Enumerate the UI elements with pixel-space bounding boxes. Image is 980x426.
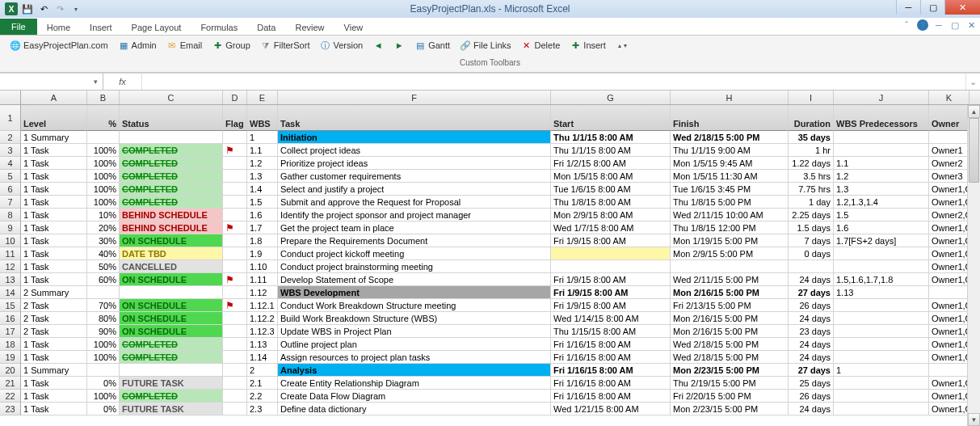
cell[interactable] bbox=[551, 260, 671, 273]
cell[interactable] bbox=[223, 351, 247, 364]
cell[interactable]: 23 days bbox=[789, 325, 834, 338]
cell[interactable]: WBS Development bbox=[278, 286, 551, 299]
cell[interactable]: Owner1 bbox=[929, 144, 969, 157]
cell[interactable]: Owner1,O bbox=[929, 351, 969, 364]
cell[interactable] bbox=[120, 131, 223, 144]
cell[interactable]: 1.22 days bbox=[789, 157, 834, 170]
minimize-button[interactable]: ─ bbox=[896, 0, 920, 15]
cell[interactable]: % bbox=[87, 105, 120, 131]
cell[interactable] bbox=[834, 299, 929, 312]
cell[interactable]: Mon 2/16/15 5:00 PM bbox=[671, 325, 789, 338]
cell[interactable]: 60% bbox=[87, 273, 120, 286]
cell[interactable]: 2 bbox=[247, 364, 278, 377]
cell[interactable]: 100% bbox=[87, 157, 120, 170]
undo-icon[interactable]: ↶ bbox=[37, 2, 50, 15]
cell[interactable]: 1 Task bbox=[21, 157, 87, 170]
cell[interactable]: Owner1,O bbox=[929, 403, 969, 415]
cell[interactable]: Owner1,O bbox=[929, 196, 969, 209]
toolbar-group[interactable]: ✚Group bbox=[208, 39, 254, 52]
cell[interactable]: Fri 1/16/15 8:00 AM bbox=[551, 364, 671, 377]
cell[interactable] bbox=[223, 377, 247, 390]
cell[interactable] bbox=[551, 247, 671, 260]
cell[interactable]: Mon 2/16/15 5:00 PM bbox=[671, 312, 789, 325]
cell[interactable] bbox=[87, 364, 120, 377]
cell[interactable]: 2.25 days bbox=[789, 209, 834, 221]
cell[interactable]: COMPLETED bbox=[120, 196, 223, 209]
cell[interactable]: Thu 1/8/15 8:00 AM bbox=[551, 196, 671, 209]
cell[interactable]: Task bbox=[278, 105, 551, 131]
cell[interactable]: 25 days bbox=[789, 377, 834, 390]
row-header[interactable]: 2 bbox=[0, 131, 21, 144]
cell[interactable]: 10% bbox=[87, 209, 120, 221]
cell[interactable]: 100% bbox=[87, 183, 120, 196]
cell[interactable]: COMPLETED bbox=[120, 390, 223, 403]
cell[interactable]: Owner1,O bbox=[929, 390, 969, 403]
row-header[interactable]: 14 bbox=[0, 286, 21, 299]
col-header-g[interactable]: G bbox=[551, 91, 671, 104]
cell[interactable]: Wed 2/18/15 5:00 PM bbox=[671, 131, 789, 144]
cell[interactable]: 1.12.1 bbox=[247, 299, 278, 312]
cell[interactable]: 2.1 bbox=[247, 377, 278, 390]
cell[interactable]: Fri 2/13/15 5:00 PM bbox=[671, 299, 789, 312]
cell[interactable] bbox=[223, 390, 247, 403]
cell[interactable]: Wed 1/21/15 8:00 AM bbox=[551, 403, 671, 415]
cell[interactable]: Owner1,O bbox=[929, 325, 969, 338]
cell[interactable] bbox=[223, 234, 247, 247]
tab-insert[interactable]: Insert bbox=[80, 20, 122, 35]
cell[interactable] bbox=[223, 325, 247, 338]
cell[interactable] bbox=[223, 196, 247, 209]
cell[interactable]: Mon 1/5/15 8:00 AM bbox=[551, 170, 671, 183]
row-header[interactable]: 8 bbox=[0, 209, 21, 221]
cell[interactable]: 1 Task bbox=[21, 234, 87, 247]
cell[interactable]: 0% bbox=[87, 403, 120, 415]
cell[interactable]: Create Entity Relationship Diagram bbox=[278, 377, 551, 390]
cell[interactable] bbox=[929, 286, 969, 299]
cell[interactable]: 1.6 bbox=[834, 221, 929, 234]
cell[interactable] bbox=[223, 131, 247, 144]
cell[interactable]: Owner1,O bbox=[929, 312, 969, 325]
cell[interactable]: 2.2 bbox=[247, 390, 278, 403]
cell[interactable]: Fri 1/16/15 8:00 AM bbox=[551, 351, 671, 364]
cell[interactable]: 1 Summary bbox=[21, 364, 87, 377]
cell[interactable]: Owner bbox=[929, 105, 969, 131]
cell[interactable]: Mon 2/9/15 8:00 AM bbox=[551, 209, 671, 221]
cell[interactable]: Analysis bbox=[278, 364, 551, 377]
cell[interactable] bbox=[223, 170, 247, 183]
cell[interactable]: Develop Statement of Scope bbox=[278, 273, 551, 286]
cell[interactable]: 1.13 bbox=[247, 338, 278, 351]
cell[interactable]: Mon 2/23/15 5:00 PM bbox=[671, 403, 789, 415]
cell[interactable]: 1.8 bbox=[247, 234, 278, 247]
col-header-d[interactable]: D bbox=[223, 91, 247, 104]
toolbar-delete[interactable]: ✕Delete bbox=[518, 39, 564, 52]
cell[interactable]: Prioritize project ideas bbox=[278, 157, 551, 170]
cell[interactable]: 1 Task bbox=[21, 144, 87, 157]
cell[interactable]: 1.7[FS+2 days] bbox=[834, 234, 929, 247]
cell[interactable]: 90% bbox=[87, 325, 120, 338]
cell[interactable]: 1 Task bbox=[21, 260, 87, 273]
cell[interactable]: CANCELLED bbox=[120, 260, 223, 273]
fx-icon[interactable]: fx bbox=[103, 74, 142, 90]
cell[interactable]: ⚑ bbox=[223, 144, 247, 157]
row-header[interactable]: 22 bbox=[0, 390, 21, 403]
cell[interactable]: Fri 1/9/15 8:00 AM bbox=[551, 299, 671, 312]
cell[interactable]: 1.7 bbox=[247, 221, 278, 234]
cell[interactable] bbox=[223, 364, 247, 377]
cell[interactable] bbox=[223, 209, 247, 221]
cell[interactable] bbox=[834, 247, 929, 260]
cell[interactable]: 1 hr bbox=[789, 144, 834, 157]
cell[interactable]: Status bbox=[120, 105, 223, 131]
cell[interactable]: Level bbox=[21, 105, 87, 131]
toolbar-easyprojectplan[interactable]: 🌐EasyProjectPlan.com bbox=[6, 39, 111, 52]
col-header-i[interactable]: I bbox=[789, 91, 834, 104]
row-header[interactable]: 15 bbox=[0, 299, 21, 312]
row-header[interactable]: 16 bbox=[0, 312, 21, 325]
cell[interactable]: 1.3 bbox=[834, 183, 929, 196]
row-header[interactable]: 10 bbox=[0, 234, 21, 247]
cell[interactable]: 1 Task bbox=[21, 247, 87, 260]
cell[interactable] bbox=[223, 286, 247, 299]
cell[interactable]: Mon 2/9/15 5:00 PM bbox=[671, 247, 789, 260]
cell[interactable]: COMPLETED bbox=[120, 351, 223, 364]
row-header[interactable]: 21 bbox=[0, 377, 21, 390]
cell[interactable]: 26 days bbox=[789, 390, 834, 403]
cell[interactable]: 1.13 bbox=[834, 286, 929, 299]
